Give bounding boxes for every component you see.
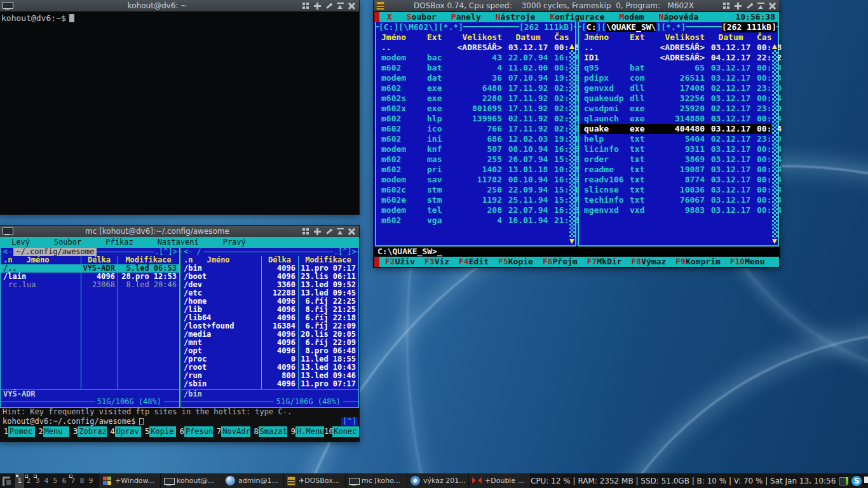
tile-icon[interactable] <box>723 3 730 10</box>
dos-file-row[interactable]: m602vga4 16.01.9421:18 <box>376 215 568 226</box>
dos-file-row[interactable]: slicnsetxt10036 03.12.1700:04 <box>579 185 771 195</box>
shade-icon[interactable] <box>337 228 344 235</box>
dos-file-row[interactable]: modemdat36 07.10.9419:22 <box>376 73 568 83</box>
dos-file-row[interactable]: m602cstm250 22.09.9415:21 <box>376 185 568 195</box>
mc-command-line[interactable]: kohout@dv6:~/.config/awesome$ [^] <box>0 417 359 426</box>
dos-file-row[interactable]: ID1<ADRESÁŘ> 04.12.1722:12 <box>579 53 771 63</box>
panel-history-arrows[interactable]: <- <box>182 248 194 256</box>
dos-file-row[interactable]: mgenvxdvxd9883 03.12.1700:04 <box>579 205 771 215</box>
terminal-body[interactable]: kohout@dv6:~$ <box>0 11 359 214</box>
dos-file-row[interactable]: quakeudpdll32256 03.12.1700:04 <box>579 93 771 104</box>
dos-function-key[interactable]: F9Komprim <box>675 257 720 267</box>
dos-file-row[interactable]: ordertxt3869 03.12.1700:04 <box>579 154 771 165</box>
dos-right-panel-path[interactable]: [C:][\QUAKE_SW\][*.*] <box>581 22 686 32</box>
mc-function-key[interactable]: 4Uprav <box>107 426 142 437</box>
dos-file-row[interactable]: m602exe6480 17.11.9202:00 <box>376 83 568 93</box>
move-icon[interactable] <box>735 3 742 10</box>
dos-file-row[interactable]: readmetxt19087 03.12.1700:04 <box>579 165 771 175</box>
scroll-down-arrow[interactable] <box>772 238 778 245</box>
workspace-tag[interactable]: 2 <box>24 473 33 488</box>
mc-function-key[interactable]: 8Smazat <box>250 426 287 437</box>
mc-function-key[interactable]: 9H.Menu <box>287 426 324 437</box>
mc-menu-item[interactable]: Nastavení <box>158 238 199 247</box>
dos-file-row[interactable]: qlaunchexe314880 03.12.1700:04 <box>579 114 771 124</box>
panel-history-arrows[interactable]: <- <box>2 248 13 256</box>
dos-file-row[interactable]: m602hlp139965 02.11.9202:00 <box>376 114 568 124</box>
system-monitor-tray-icon[interactable] <box>839 477 849 485</box>
dos-right-scrollbar[interactable] <box>772 43 778 245</box>
mc-corner-up[interactable]: [^] <box>341 417 358 426</box>
mc-function-key[interactable]: 7NovAdr <box>213 426 250 437</box>
dos-file-row[interactable]: modemtel208 22.07.9416:58 <box>376 205 568 215</box>
task-item[interactable]: výkaz 201... <box>407 473 469 488</box>
layout-floating-icon[interactable] <box>864 476 867 486</box>
dos-file-row[interactable]: readv106txt8774 03.12.1700:04 <box>579 175 771 185</box>
dos-file-row[interactable]: m602xexe801695 17.11.9202:00 <box>376 104 568 114</box>
dos-column-headers[interactable]: JménoExt VelikostDatum Čas <box>376 32 575 43</box>
mc-function-key[interactable]: 2Menu <box>35 426 70 437</box>
dos-file-row[interactable]: licinfotxt9311 03.12.1700:04 <box>579 144 771 154</box>
shade-icon[interactable] <box>757 3 764 10</box>
mc-left-panel-path[interactable]: ~/.config/awesome <box>13 248 97 256</box>
scroll-down-arrow[interactable] <box>569 238 575 245</box>
workspace-tag[interactable]: 3 <box>33 473 42 488</box>
mc-titlebar[interactable]: mc [kohout@dv6]:~/.config/awesome <box>0 226 359 237</box>
workspace-tag[interactable]: 4 <box>42 473 51 488</box>
dos-function-key[interactable]: F10Menu <box>730 257 765 267</box>
move-icon[interactable] <box>314 3 321 10</box>
dos-file-row[interactable]: modemknf507 08.10.9416:25 <box>376 144 568 154</box>
mc-function-key[interactable]: 3Zobraz <box>69 426 106 437</box>
panel-up-corner[interactable]: .[^]> <box>333 248 357 256</box>
workspace-tag[interactable]: 9 <box>86 473 95 488</box>
dos-file-row[interactable]: helptxt5404 02.12.1723:59 <box>579 134 771 144</box>
close-icon[interactable] <box>348 228 355 235</box>
dos-file-row[interactable]: modembac43 22.07.9416:57 <box>376 53 568 63</box>
dos-file-row[interactable]: m602bat4 11.02.0008:36 <box>376 63 568 73</box>
dos-file-row[interactable]: m602mas255 26.07.9415:42 <box>376 154 568 165</box>
mc-function-key[interactable]: 6Přesun <box>176 426 213 437</box>
close-icon[interactable] <box>769 3 776 10</box>
workspace-tag[interactable]: 8 <box>78 473 86 488</box>
dos-file-row[interactable]: ..<ADRESÁŘ> 03.12.1700:08 <box>579 43 771 53</box>
workspace-tag[interactable]: 7 <box>69 473 78 488</box>
dos-file-row[interactable]: pdipxcom26511 03.12.1700:04 <box>579 73 771 83</box>
dos-left-scrollbar[interactable] <box>569 43 575 245</box>
mc-menu-item[interactable]: Pravý <box>223 238 246 247</box>
dos-function-key[interactable]: F8Výmaz <box>631 257 666 267</box>
mc-menu-item[interactable]: Soubor <box>54 238 81 247</box>
pin-icon[interactable] <box>746 3 753 10</box>
dos-file-row[interactable]: techinfotxt76067 03.12.1700:04 <box>579 195 771 205</box>
dos-file-row[interactable]: m602estm1192 25.11.9415:37 <box>376 195 568 205</box>
dos-function-key[interactable]: F4Edit <box>459 257 489 267</box>
close-icon[interactable] <box>348 3 355 10</box>
workspace-tag[interactable]: 1 <box>15 473 24 488</box>
mc-function-key[interactable]: 10Konec <box>324 426 359 437</box>
dos-file-row[interactable]: genvxddll17408 02.12.1723:59 <box>579 83 771 93</box>
task-item[interactable]: +Window... <box>99 473 161 488</box>
dos-function-key[interactable]: F2Uživ <box>385 257 415 267</box>
dos-menu-item[interactable]: Soubor <box>407 12 437 22</box>
dos-file-row[interactable]: modemsav11782 08.10.9416:25 <box>376 175 568 185</box>
shade-icon[interactable] <box>337 3 344 10</box>
task-item[interactable]: kohout@... <box>161 473 222 488</box>
dos-function-key[interactable]: F6Přejm <box>543 257 578 267</box>
dos-command-line[interactable]: C:\QUAKE_SW>_ <box>374 247 779 257</box>
skype-tray-icon[interactable]: S <box>851 476 862 486</box>
workspace-tag[interactable]: 5 <box>51 473 60 488</box>
dos-menu-item[interactable]: X <box>387 12 392 22</box>
task-item[interactable]: +Double ... <box>469 473 531 488</box>
dos-menu-item[interactable]: Nástroje <box>496 12 536 22</box>
dos-file-row[interactable]: q95bat65 03.12.1700:04 <box>579 63 771 73</box>
dos-function-key[interactable]: F3Viz <box>424 257 449 267</box>
dos-file-row[interactable]: m602ini686 12.02.0319:11 <box>376 134 568 144</box>
task-item[interactable]: admin@1... <box>222 473 284 488</box>
scroll-up-arrow[interactable] <box>772 43 778 50</box>
dos-file-row[interactable]: quakeexe404480 03.12.1700:04 <box>579 124 771 134</box>
dos-menu-item[interactable]: Modem <box>620 12 644 22</box>
dos-left-panel-path[interactable]: [C:][\M602\][*.*] <box>379 22 463 32</box>
mc-function-key[interactable]: 1Pomoc <box>0 426 35 437</box>
pin-icon[interactable] <box>325 228 332 235</box>
dos-column-headers[interactable]: JménoExt VelikostDatum Čas <box>579 32 778 43</box>
dosbox-titlebar[interactable]: DOSBox 0.74, Cpu speed: 3000 cycles, Fra… <box>374 0 780 11</box>
dos-file-row[interactable]: m602pri1402 13.01.1810:43 <box>376 165 568 175</box>
